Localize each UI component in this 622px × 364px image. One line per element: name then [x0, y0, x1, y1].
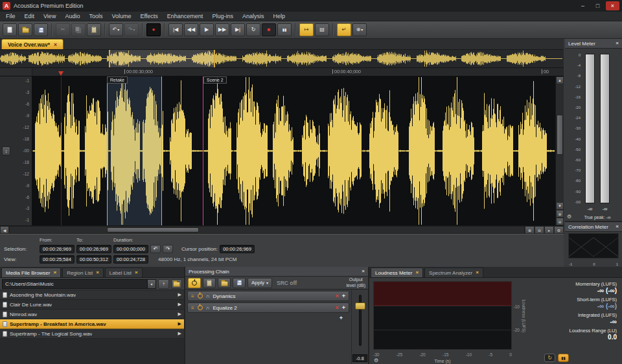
view-to-field[interactable]: 00:00:50;312: [76, 255, 111, 264]
menu-item-edit[interactable]: Edit: [20, 12, 40, 21]
zoom-dropdown-icon[interactable]: ▾: [361, 28, 363, 32]
selection-region[interactable]: [107, 76, 162, 225]
chain-clipboard-button[interactable]: [203, 278, 216, 288]
play-button[interactable]: ▶: [200, 23, 214, 36]
level-meter-settings-icon[interactable]: ⚙: [567, 214, 571, 220]
cut-button[interactable]: ✂: [56, 23, 70, 36]
waveform-overview[interactable]: [0, 50, 564, 68]
document-tab-voice-over[interactable]: Voice Over.wav* ×: [1, 39, 63, 49]
scroll-left-button[interactable]: ◀: [0, 226, 9, 234]
view-from-field[interactable]: 00:00:25;584: [40, 255, 75, 264]
horizontal-scroll-thumb[interactable]: [107, 227, 199, 233]
effect-listen-icon[interactable]: ∩: [206, 293, 210, 299]
selection-redo-button[interactable]: ↷: [163, 245, 173, 253]
tab-close-icon[interactable]: ×: [415, 270, 419, 275]
scroll-up-button[interactable]: ▲: [556, 76, 564, 84]
undo-dropdown-icon[interactable]: ▾: [117, 28, 119, 32]
effect-power-toggle[interactable]: [198, 305, 203, 310]
timeline-ruler[interactable]: 00:00:30;000 00:00:40;000 00: [0, 68, 564, 76]
tab-label-list[interactable]: Label List ×: [105, 267, 143, 277]
zoom-in-vertical-button[interactable]: ⊕: [556, 210, 564, 218]
effect-power-toggle[interactable]: [198, 293, 203, 299]
file-row-selected[interactable]: Supertramp - Breakfast in America.wav ▶: [0, 319, 184, 329]
ruler-area[interactable]: 00:00:30;000 00:00:40;000 00: [32, 68, 564, 76]
combo-dropdown-icon[interactable]: ▾: [147, 280, 156, 288]
correlation-meter-close-icon[interactable]: ×: [616, 224, 619, 229]
tab-region-list[interactable]: Region List ×: [62, 267, 104, 277]
paste-button[interactable]: [87, 23, 101, 36]
copy-button[interactable]: [71, 23, 86, 36]
browse-folder-button[interactable]: [171, 279, 182, 289]
zoom-in-horizontal-button[interactable]: ⊕: [525, 226, 535, 234]
file-play-button[interactable]: ▶: [178, 302, 181, 307]
effect-add-icon[interactable]: +: [342, 304, 345, 311]
loudness-reset-button[interactable]: ↻: [544, 354, 555, 362]
open-file-button[interactable]: [18, 23, 32, 36]
vertical-scrollbar[interactable]: ▲ ▼ ⊕ ⊖: [555, 76, 564, 225]
waveform-display[interactable]: Retake Scene 2: [32, 76, 555, 225]
save-button[interactable]: [34, 23, 48, 36]
redo-dropdown-icon[interactable]: ▾: [133, 28, 135, 32]
file-row[interactable]: Clair De Lune.wav ▶: [0, 300, 184, 310]
chain-item-dynamics[interactable]: ≡ ∩ Dynamics × +: [187, 291, 349, 301]
stop-button[interactable]: ■: [262, 23, 276, 36]
document-tab-close-icon[interactable]: ×: [54, 41, 57, 48]
menu-item-tools[interactable]: Tools: [84, 12, 107, 21]
view-duration-field[interactable]: 00:00:24;728: [113, 255, 148, 264]
effect-remove-icon[interactable]: ×: [335, 293, 338, 299]
file-row[interactable]: Ascending the Mountain.wav ▶: [0, 290, 184, 300]
tab-close-icon[interactable]: ×: [96, 270, 99, 275]
effect-listen-icon[interactable]: ∩: [206, 305, 210, 311]
new-file-button[interactable]: [3, 23, 17, 36]
add-effect-button[interactable]: +: [340, 315, 343, 321]
file-play-button[interactable]: ▶: [178, 312, 181, 317]
chain-save-button[interactable]: [233, 278, 246, 288]
horizontal-scrollbar[interactable]: ◀ ⊕ ⊖ ▸ ⚙: [0, 225, 564, 234]
file-row[interactable]: Nimrod.wav ▶: [0, 310, 184, 319]
auto-return-toggle[interactable]: ↵: [337, 23, 351, 36]
selection-undo-button[interactable]: ↶: [150, 245, 161, 253]
menu-item-help[interactable]: Help: [268, 12, 290, 21]
folder-up-button[interactable]: ↑: [158, 279, 169, 289]
loudness-pause-button[interactable]: ▮▮: [558, 354, 569, 362]
selection-duration-field[interactable]: 00:00:00;000: [113, 245, 148, 253]
tab-close-icon[interactable]: ×: [53, 270, 56, 275]
view-settings-button[interactable]: ⚙: [554, 226, 564, 234]
tab-spectrum-analyzer[interactable]: Spectrum Analyzer ×: [424, 267, 483, 277]
minimize-button[interactable]: –: [576, 1, 590, 10]
drag-handle-icon[interactable]: ≡: [191, 293, 194, 299]
fast-forward-button[interactable]: ▶▶: [215, 23, 229, 36]
menu-item-effects[interactable]: Effects: [135, 12, 162, 21]
zoom-presets-button[interactable]: ▸: [544, 226, 554, 234]
zoom-out-vertical-button[interactable]: ⊖: [556, 218, 564, 225]
vertical-scale-handle[interactable]: ↕: [2, 146, 10, 155]
file-play-button[interactable]: ▶: [178, 321, 181, 326]
menu-item-audio[interactable]: Audio: [60, 12, 84, 21]
selection-to-field[interactable]: 00:00:26;969: [76, 245, 111, 253]
chain-item-equalize[interactable]: ≡ ∩ Equalize 2 × +: [187, 302, 349, 313]
selection-from-field[interactable]: 00:00:26;969: [40, 245, 75, 253]
redo-button[interactable]: ↷▾: [124, 23, 139, 36]
maximize-button[interactable]: □: [591, 1, 605, 10]
file-row[interactable]: Supertramp - The Logical Song.wav ▶: [0, 329, 184, 339]
tab-media-file-browser[interactable]: Media File Browser ×: [1, 267, 61, 277]
apply-button[interactable]: Apply ▾: [248, 278, 272, 288]
effect-add-icon[interactable]: +: [342, 293, 345, 299]
go-to-end-button[interactable]: ▶|: [231, 23, 245, 36]
level-meter-close-icon[interactable]: ×: [616, 41, 619, 46]
rewind-button[interactable]: ◀◀: [184, 23, 198, 36]
chain-power-toggle[interactable]: [188, 278, 201, 288]
menu-item-file[interactable]: File: [1, 12, 20, 21]
pause-button[interactable]: ▮▮: [277, 23, 292, 36]
cursor-position-field[interactable]: 00:00:26;969: [220, 245, 255, 253]
vertical-scroll-thumb[interactable]: [557, 115, 563, 155]
slider-thumb[interactable]: [355, 302, 365, 310]
cursor-marker-flag[interactable]: [58, 71, 63, 76]
tab-close-icon[interactable]: ×: [135, 270, 138, 275]
menu-item-view[interactable]: View: [39, 12, 60, 21]
processing-chain-close-icon[interactable]: ×: [362, 269, 365, 274]
undo-button[interactable]: ↶▾: [109, 23, 123, 36]
zoom-out-horizontal-button[interactable]: ⊖: [535, 226, 544, 234]
close-window-button[interactable]: ×: [606, 1, 619, 10]
zoom-menu-button[interactable]: ⊕▾: [352, 23, 367, 36]
